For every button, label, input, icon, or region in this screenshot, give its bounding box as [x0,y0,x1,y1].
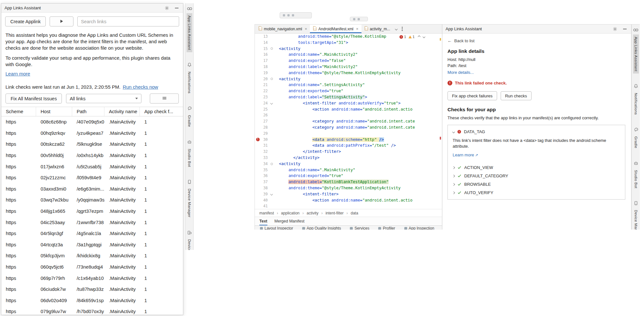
learn-more-link[interactable]: Learn more [5,71,179,76]
toolbar-fragment-icon [358,18,360,20]
table-row[interactable]: https008c6z68np/407e09q5x0.MainActivity1 [1,116,183,128]
breadcrumb-item-intent-filter[interactable]: intent-filter [325,211,343,215]
table-row[interactable]: https02jv21zzmc/l059v8t4e9.MainActivity1 [1,172,183,183]
table-row[interactable]: https00tskcza62/5lknugk9se.MainActivity1 [1,139,183,150]
check-row-data-tag[interactable]: ! DATA_TAG [453,129,620,134]
run-checks-now-link[interactable]: Run checks now [123,84,158,90]
tool-window-button-app-quality-insights[interactable]: App Quality Insights [302,227,341,230]
tool-strip-item-app-links-assistant[interactable]: App Links Assistant [187,6,192,52]
fold-chevron-icon[interactable] [269,100,274,106]
gutter-marker-icon[interactable] [269,46,274,52]
check-row-browsable[interactable]: BROWSABLE [453,182,620,187]
more-details-link[interactable]: More details... [447,70,474,75]
table-row[interactable]: https05kfcp3jvm/khidckix8g.MainActivity1 [1,250,183,262]
fold-spacer [269,88,274,94]
error-summary[interactable]: ! 1 [399,35,406,39]
editor-tab-androidmanifest-xml[interactable]: AndroidManifest.xml× [310,25,361,33]
minimize-icon[interactable] [621,26,628,32]
table-row[interactable]: https06dv02o409/84k659v1sp.MainActivity1 [1,295,183,306]
breadcrumb-item-application[interactable]: application [281,211,299,215]
table-row[interactable]: https048jg1x665/qgrt37ezpm.MainActivity1 [1,206,183,217]
minimize-icon[interactable] [173,5,180,11]
check-row-action-view[interactable]: ACTION_VIEW [453,165,620,170]
editor-tab-activity-m[interactable]: activity_m... [361,25,393,33]
scrollbar-warning-mark[interactable] [440,38,441,41]
table-row[interactable]: https060qv5jct6/73ne8udqj4.MainActivity1 [1,262,183,273]
chevron-right-icon [452,166,455,169]
close-icon[interactable]: × [305,26,307,31]
fold-chevron-icon[interactable] [269,191,274,197]
tool-strip-item-app-links-assistant[interactable]: App Links Assistant [633,27,639,74]
gutter-spacer [255,173,261,179]
code-editor[interactable]: 13 android:theme="@style/Theme.KotlinEmp… [255,34,442,209]
next-issue-icon[interactable] [423,35,425,38]
check-row-default-category[interactable]: DEFAULT_CATEGORY [453,173,620,178]
table-row[interactable]: https04r5lqn3gf/4g5nalc1la.MainActivity1 [1,228,183,239]
back-to-list-link[interactable]: ← Back to list [447,38,626,43]
line-number: 36 [261,173,269,179]
scrollbar-error-mark[interactable] [440,137,441,140]
tool-strip-item-device-manager[interactable]: Device Manager [633,200,639,230]
tool-strip-item-notifications[interactable]: Notifications [633,83,639,117]
check-learn-more-link[interactable]: Learn more↗ [453,153,478,157]
tool-strip-item-gradle[interactable]: Gradle [633,127,639,151]
gear-icon[interactable] [164,5,170,11]
gear-icon[interactable] [612,26,618,32]
tool-window-button-app-inspection[interactable]: App Inspection [404,227,434,230]
table-row[interactable]: https069p7r79rh/c1x64yab10.MainActivity1 [1,272,183,284]
table-row[interactable]: https00hq9zrkqv/yzu4kpeas7.MainActivity1 [1,128,183,139]
column-header-activity-name[interactable]: Activity name [104,107,140,116]
column-header-app-check-f[interactable]: App check f... [140,107,183,116]
tool-window-button-services[interactable]: Services [350,227,369,230]
breadcrumb-item-activity[interactable]: activity [307,211,319,215]
check-row-auto-verify[interactable]: AUTO_VERIFY [453,190,620,195]
create-applink-button[interactable]: Create Applink [5,16,46,26]
app-links-assistant-panel: App Links Assistant ← Back to list App l… [442,24,631,230]
tool-strip-item-notifications[interactable]: Notifications [187,62,192,96]
columns-icon [162,96,167,101]
run-checks-button[interactable]: Run checks [501,91,532,100]
tool-strip-item-device-explorer[interactable]: Device Explorer [187,230,192,250]
table-row[interactable]: https04ic253aay/1wwnfbr738.MainActivity1 [1,217,183,228]
breadcrumb-item-data[interactable]: data [351,211,358,215]
hidden-tabs-chevron-icon[interactable] [393,25,399,33]
column-header-host[interactable]: Host [36,107,72,116]
links-filter-dropdown[interactable]: All links [66,94,141,103]
table-cell: 1 [140,131,183,136]
table-row[interactable]: https03axxd3mi0/e6g63mim....MainActivity… [1,183,183,195]
more-options-icon[interactable] [399,25,405,33]
last-run-status: Link checks were last run at Jun 1, 2023… [1,84,183,90]
table-row[interactable]: https06ciudok7w/tu87hwp33z.MainActivity1 [1,284,183,295]
close-icon[interactable]: × [356,26,359,31]
warning-summary[interactable]: 1 [409,35,415,39]
tool-strip-label: Device Explorer [187,237,192,250]
tool-window-button-profiler[interactable]: Profiler [378,227,395,230]
inspections-widget[interactable]: ! 1 1 [397,34,427,39]
column-header-path[interactable]: Path [72,107,104,116]
previous-issue-icon[interactable] [418,35,420,38]
table-row[interactable]: https03wq7w2kbu/y0qqimaw3s.MainActivity1 [1,194,183,206]
columns-button[interactable] [150,94,179,104]
breadcrumb-item-manifest[interactable]: manifest [259,211,274,215]
tool-strip-item-gradle[interactable]: Gradle [187,105,192,129]
gutter-marker-icon[interactable] [269,161,274,167]
line-number: 30 [261,137,269,143]
search-links-input[interactable] [77,16,179,26]
tool-window-button-layout-inspector[interactable]: Layout Inspector [260,227,293,230]
tool-strip-item-device-manager[interactable]: Device Manager [187,179,192,220]
table-row[interactable]: https017jwlxzn6/u5t2usab5j.MainActivity1 [1,161,183,172]
fix-all-manifest-issues-button[interactable]: Fix All Manifest Issues [5,94,62,104]
fix-app-check-failures-button[interactable]: Fix app check failures [447,91,497,100]
table-row[interactable]: https00v5hhld0j/o0xhs14ykb.MainActivity1 [1,150,183,161]
gutter-marker-icon[interactable] [269,76,274,82]
bottom-tab-text[interactable]: Text [259,217,267,225]
table-cell: .MainActivity [104,298,140,303]
column-header-scheme[interactable]: Scheme [1,107,36,116]
table-row[interactable]: https079g9luv7w/h7bd07ox3y.MainActivity1 [1,306,183,315]
bottom-tab-merged-manifest[interactable]: Merged Manifest [274,217,304,225]
table-row[interactable]: https04rtcqtz3a/3a1hgptqgi.MainActivity1 [1,239,183,251]
tool-strip-item-studio-bot[interactable]: Studio Bot [187,139,192,169]
run-link-checks-button[interactable] [50,16,73,26]
tool-strip-item-studio-bot[interactable]: Studio Bot [633,160,639,191]
editor-tab-mobile-navigation-xml[interactable]: mobile_navigation.xml× [255,25,310,33]
